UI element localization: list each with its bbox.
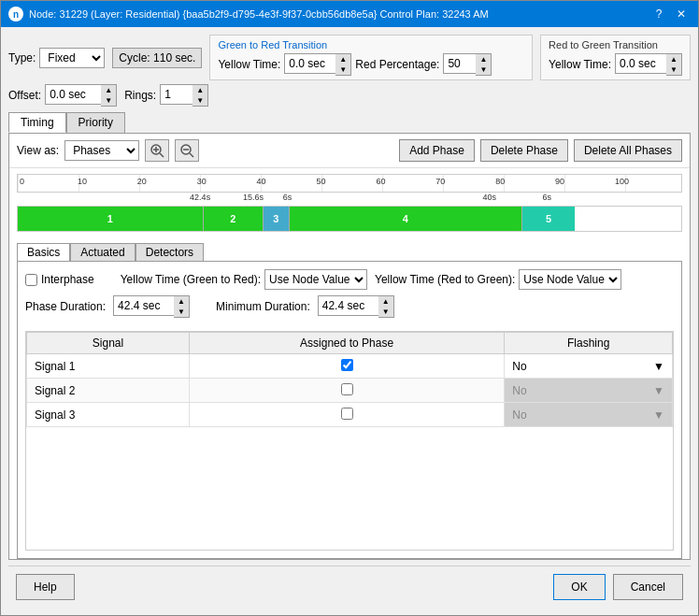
signal-table: Signal Assigned to Phase Flashing Signal…: [25, 331, 674, 551]
phase-duration-up[interactable]: ▲: [174, 296, 189, 307]
duration-label-2: 15.6s: [243, 193, 264, 202]
offset-input[interactable]: [45, 84, 101, 105]
min-duration-up[interactable]: ▲: [378, 296, 393, 307]
phase-segment-5[interactable]: 5: [522, 207, 576, 231]
yellow-time-r2g-up[interactable]: ▲: [666, 54, 681, 64]
type-group: Type: Fixed: [8, 48, 105, 68]
phase-duration-spinner: ▲ ▼: [113, 295, 190, 318]
type-label: Type:: [8, 51, 36, 64]
ruler-tick-60: 60: [376, 177, 385, 186]
duration-label-4: 40s: [482, 193, 496, 202]
yellow-time-g2r-up[interactable]: ▲: [335, 54, 350, 64]
interphase-row: Interphase Yellow Time (Green to Red): U…: [25, 269, 674, 290]
duration-labels: 42.4s 15.6s 6s 40s 6s: [17, 193, 682, 206]
phase-duration-input[interactable]: [113, 295, 174, 316]
help-btn[interactable]: Help: [16, 574, 75, 600]
signal-1-assigned[interactable]: [189, 354, 504, 379]
main-window: n Node: 31229 (Layer: Residential) {baa5…: [0, 0, 699, 616]
cycle-display: Cycle: 110 sec.: [112, 48, 202, 68]
signal-2-checkbox[interactable]: [341, 383, 353, 395]
red-pct-input[interactable]: [443, 53, 476, 74]
rings-down[interactable]: ▼: [193, 95, 207, 106]
rings-up[interactable]: ▲: [193, 85, 207, 95]
form-section: Interphase Yellow Time (Green to Red): U…: [18, 262, 681, 331]
yellow-time-r2g-select[interactable]: Use Node Value: [519, 269, 621, 290]
rings-input[interactable]: [160, 84, 193, 105]
offset-group: Offset: ▲ ▼: [8, 84, 117, 107]
interphase-checkbox[interactable]: [25, 274, 37, 286]
signal-row-3: Signal 3 No ▼: [27, 403, 673, 427]
delete-all-phases-btn[interactable]: Delete All Phases: [574, 139, 682, 162]
svg-line-5: [190, 153, 193, 157]
signal-row-1: Signal 1 No ▼: [27, 354, 673, 379]
app-icon: n: [8, 7, 23, 21]
tab-priority[interactable]: Priority: [66, 112, 125, 133]
main-tabs: Timing Priority: [8, 112, 691, 133]
ok-btn[interactable]: OK: [553, 574, 605, 600]
ruler: 0 10 20 30 40 50 60 70 80 90 100: [17, 174, 682, 193]
ruler-tick-10: 10: [78, 177, 87, 186]
signal-2-assigned[interactable]: [189, 379, 504, 403]
min-duration-down[interactable]: ▼: [378, 307, 393, 317]
phase-segment-3[interactable]: 3: [264, 207, 290, 231]
yellow-time-r2g-form: Yellow Time (Red to Green): Use Node Val…: [375, 269, 621, 290]
signal-1-flashing: No ▼: [505, 354, 673, 379]
yellow-time-r2g-input[interactable]: [615, 53, 666, 74]
offset-spinner: ▲ ▼: [45, 84, 117, 107]
zoom-out-btn[interactable]: [175, 139, 199, 162]
signal-3-name: Signal 3: [27, 403, 190, 427]
cancel-btn[interactable]: Cancel: [613, 574, 683, 600]
green-to-red-section: Green to Red Transition Yellow Time: ▲ ▼…: [209, 35, 533, 80]
offset-down[interactable]: ▼: [101, 95, 116, 106]
min-duration-input[interactable]: [318, 295, 378, 316]
ruler-bg: [18, 175, 681, 192]
signal-1-checkbox[interactable]: [341, 359, 353, 371]
close-btn[interactable]: ✕: [672, 5, 691, 23]
ruler-tick-40: 40: [257, 177, 266, 186]
rings-spinner: ▲ ▼: [160, 84, 208, 107]
yellow-time-r2g-down[interactable]: ▼: [666, 64, 681, 75]
phase-duration-down[interactable]: ▼: [174, 307, 189, 317]
yellow-time-g2r-form-label: Yellow Time (Green to Red):: [121, 273, 261, 286]
help-icon-btn[interactable]: ?: [649, 5, 668, 23]
title-bar-buttons: ? ✕: [649, 5, 691, 23]
signal-3-flashing: No ▼: [505, 403, 673, 427]
sub-tabs: Basics Actuated Detectors: [9, 237, 690, 261]
signal-3-checkbox[interactable]: [341, 408, 353, 420]
col-flashing: Flashing: [505, 333, 673, 354]
col-assigned: Assigned to Phase: [189, 333, 504, 354]
signal-2-name: Signal 2: [27, 379, 190, 403]
svg-line-1: [160, 153, 164, 157]
panel-toolbar: View as: Phases: [9, 134, 690, 168]
sub-tab-actuated[interactable]: Actuated: [70, 243, 135, 261]
tab-timing[interactable]: Timing: [8, 112, 66, 133]
yellow-time-g2r-select[interactable]: Use Node Value: [264, 269, 367, 290]
red-pct-up[interactable]: ▲: [476, 54, 491, 64]
ruler-tick-0: 0: [20, 177, 24, 186]
view-as-dropdown[interactable]: Phases: [64, 140, 139, 161]
window-title: Node: 31229 (Layer: Residential) {baa5b2…: [29, 8, 489, 20]
phase-segment-1[interactable]: 1: [18, 207, 204, 231]
phase-segment-2[interactable]: 2: [204, 207, 264, 231]
yellow-time-g2r-label: Yellow Time:: [218, 58, 280, 71]
delete-phase-btn[interactable]: Delete Phase: [480, 139, 568, 162]
signal-1-flashing-chevron: ▼: [653, 360, 664, 373]
phase-segment-4[interactable]: 4: [290, 207, 522, 231]
ruler-tick-100: 100: [615, 177, 629, 186]
signal-1-name: Signal 1: [27, 354, 190, 379]
interphase-checkbox-label[interactable]: Interphase: [25, 273, 94, 286]
zoom-in-btn[interactable]: [145, 139, 169, 162]
ruler-tick-70: 70: [435, 177, 445, 186]
ruler-tick-30: 30: [197, 177, 207, 186]
offset-up[interactable]: ▲: [101, 85, 116, 95]
red-pct-down[interactable]: ▼: [476, 64, 491, 75]
yellow-time-g2r-input[interactable]: [284, 53, 335, 74]
green-to-red-fields: Yellow Time: ▲ ▼ Red Percentage: ▲ ▼: [218, 53, 524, 76]
ruler-tick-90: 90: [555, 177, 564, 186]
sub-tab-detectors[interactable]: Detectors: [136, 243, 204, 261]
yellow-time-g2r-down[interactable]: ▼: [335, 64, 350, 75]
add-phase-btn[interactable]: Add Phase: [399, 139, 475, 162]
sub-tab-basics[interactable]: Basics: [17, 243, 70, 261]
type-dropdown[interactable]: Fixed: [39, 48, 105, 68]
signal-3-assigned[interactable]: [189, 403, 504, 427]
